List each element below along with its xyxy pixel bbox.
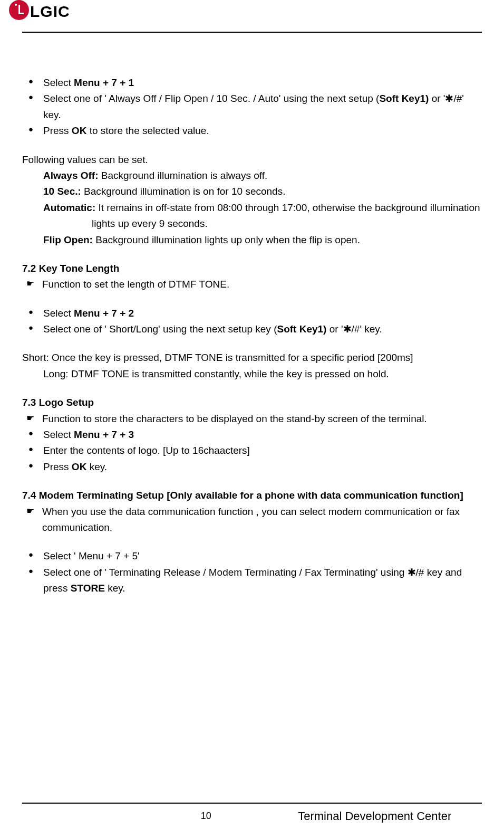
text: Function to store the characters to be d… xyxy=(42,413,427,424)
section-71-bullets: Select Menu + 7 + 1 Select one of ' Alwa… xyxy=(22,75,482,139)
text: Select xyxy=(43,77,74,88)
list-item: Select Menu + 7 + 2 xyxy=(22,306,482,321)
text: or '✱/#' key. xyxy=(326,323,382,335)
heading-74: 7.4 Modem Terminating Setup [Only availa… xyxy=(22,488,482,503)
list-item: Enter the contents of logo. [Up to 16cha… xyxy=(22,443,482,459)
long-text: Long: DTMF TONE is transmitted constantl… xyxy=(22,366,482,382)
bold-text: OK xyxy=(72,125,87,136)
text: to store the selected value. xyxy=(86,125,209,136)
page-footer: 10 Terminal Development Center xyxy=(22,803,482,825)
list-item: Select one of ' Terminating Release / Mo… xyxy=(22,565,482,597)
section-74-desc: When you use the data communication func… xyxy=(22,504,482,536)
bold-text: Menu + 7 + 3 xyxy=(74,429,134,440)
text: key. xyxy=(105,583,125,594)
bold-text: Soft Key1) xyxy=(277,323,326,335)
text: Press xyxy=(43,461,72,472)
text: Select xyxy=(43,429,74,440)
text: It remains in off-state from 08:00 throu… xyxy=(95,202,480,213)
text: Function to set the length of DTMF TONE. xyxy=(42,279,229,290)
list-item: Select ' Menu + 7 + 5' xyxy=(22,548,482,564)
text: Background illumination is on for 10 sec… xyxy=(81,186,286,197)
bold-text: OK xyxy=(72,461,87,472)
section-72-bullets: Select Menu + 7 + 2 Select one of ' Shor… xyxy=(22,306,482,338)
text: Select ' Menu + 7 + 5' xyxy=(43,550,140,561)
list-item: When you use the data communication func… xyxy=(22,504,482,536)
page-header: LGIC xyxy=(22,0,482,33)
list-item: Select Menu + 7 + 1 xyxy=(22,75,482,91)
section-72-desc: Function to set the length of DTMF TONE. xyxy=(22,277,482,292)
bold-text: Menu + 7 + 1 xyxy=(74,77,134,88)
text: Press xyxy=(43,125,72,136)
text: Select one of ' Short/Long' using the ne… xyxy=(43,323,277,335)
text: When you use the data communication func… xyxy=(42,506,460,533)
list-item: Select one of ' Short/Long' using the ne… xyxy=(22,321,482,337)
text: Select xyxy=(43,308,74,319)
list-item: Select one of ' Always Off / Flip Open /… xyxy=(22,91,482,123)
page-container: LGIC Select Menu + 7 + 1 Select one of '… xyxy=(0,0,504,839)
section-73-desc: Function to store the characters to be d… xyxy=(22,411,482,427)
automatic-row: Automatic: It remains in off-state from … xyxy=(22,200,482,216)
flip-open-row: Flip Open: Background illumination light… xyxy=(22,232,482,248)
label: Automatic: xyxy=(43,202,95,213)
brand-text: LGIC xyxy=(30,0,70,24)
label: Always Off: xyxy=(43,170,99,181)
list-item: Press OK to store the selected value. xyxy=(22,123,482,139)
bold-text: Menu + 7 + 2 xyxy=(74,308,134,319)
label: 10 Sec.: xyxy=(43,186,81,197)
text: Background illumination is always off. xyxy=(99,170,268,181)
bold-text: Soft Key1) xyxy=(379,93,429,104)
page-number: 10 xyxy=(114,807,298,825)
section-73-bullets: Select Menu + 7 + 3 Enter the contents o… xyxy=(22,427,482,475)
text: Select one of ' Always Off / Flip Open /… xyxy=(43,93,379,104)
heading-72: 7.2 Key Tone Length xyxy=(22,261,482,277)
short-text: Short: Once the key is pressed, DTMF TON… xyxy=(22,350,482,366)
automatic-row-2: lights up every 9 seconds. xyxy=(22,216,482,232)
ten-sec-row: 10 Sec.: Background illumination is on f… xyxy=(22,184,482,199)
always-off-row: Always Off: Background illumination is a… xyxy=(22,168,482,184)
section-74-bullets: Select ' Menu + 7 + 5' Select one of ' T… xyxy=(22,548,482,596)
page-content: Select Menu + 7 + 1 Select one of ' Alwa… xyxy=(22,33,482,597)
text: Background illumination lights up only w… xyxy=(93,234,360,245)
list-item: Function to store the characters to be d… xyxy=(22,411,482,427)
bold-text: STORE xyxy=(71,583,105,594)
heading-73: 7.3 Logo Setup xyxy=(22,395,482,411)
text: key. xyxy=(86,461,107,472)
lg-logo-icon xyxy=(9,0,29,20)
label: Flip Open: xyxy=(43,234,93,245)
following-intro: Following values can be set. xyxy=(22,152,482,168)
list-item: Press OK key. xyxy=(22,459,482,475)
list-item: Function to set the length of DTMF TONE. xyxy=(22,277,482,292)
list-item: Select Menu + 7 + 3 xyxy=(22,427,482,443)
footer-right-text: Terminal Development Center xyxy=(298,807,482,825)
text: Enter the contents of logo. [Up to 16cha… xyxy=(43,445,250,456)
